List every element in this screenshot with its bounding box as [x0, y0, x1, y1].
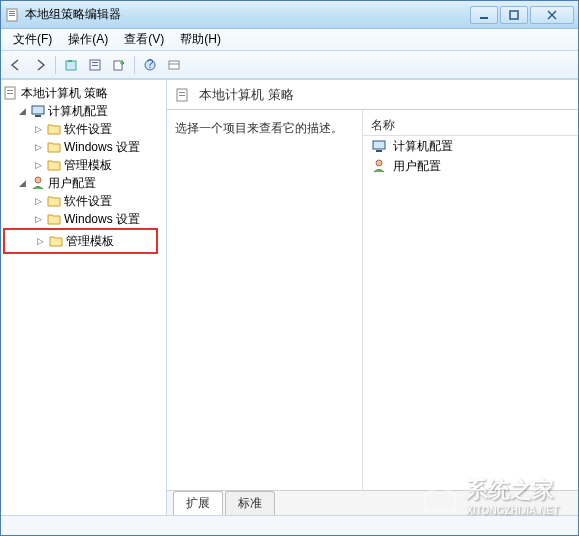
svg-rect-16: [169, 61, 179, 69]
list-item-label: 计算机配置: [393, 138, 453, 155]
svg-rect-22: [35, 115, 41, 117]
folder-icon: [46, 157, 62, 173]
tree-root-label: 本地计算机 策略: [21, 85, 108, 102]
tree-panel[interactable]: 本地计算机 策略 ◢ 计算机配置 ▷ 软件设置 ▷ Windows 设置 ▷ 管…: [1, 80, 167, 515]
expand-icon[interactable]: ▷: [35, 236, 46, 247]
menu-action[interactable]: 操作(A): [60, 29, 116, 50]
svg-rect-28: [376, 150, 382, 152]
close-button[interactable]: [530, 6, 574, 24]
tree-root[interactable]: 本地计算机 策略: [3, 84, 164, 102]
titlebar: 本地组策略编辑器: [1, 1, 578, 29]
menu-view[interactable]: 查看(V): [116, 29, 172, 50]
expand-icon[interactable]: ▷: [33, 196, 44, 207]
folder-icon: [46, 211, 62, 227]
tab-standard[interactable]: 标准: [225, 491, 275, 515]
svg-rect-8: [66, 61, 76, 70]
computer-icon: [371, 138, 387, 154]
tree-label: Windows 设置: [64, 211, 140, 228]
up-button[interactable]: [60, 54, 82, 76]
help-button[interactable]: ?: [139, 54, 161, 76]
expand-icon[interactable]: ▷: [33, 142, 44, 153]
tree-user-config[interactable]: ◢ 用户配置: [3, 174, 164, 192]
svg-rect-13: [114, 61, 122, 70]
details-title: 本地计算机 策略: [199, 86, 294, 104]
details-header: 本地计算机 策略: [167, 80, 578, 110]
svg-rect-9: [68, 60, 72, 62]
collapse-icon[interactable]: ◢: [17, 178, 28, 189]
svg-rect-25: [179, 92, 185, 93]
svg-rect-2: [9, 13, 15, 14]
window-title: 本地组策略编辑器: [25, 6, 470, 23]
tree-cc-admin[interactable]: ▷ 管理模板: [3, 156, 164, 174]
svg-rect-3: [9, 15, 15, 16]
tree-label: 软件设置: [64, 121, 112, 138]
svg-rect-1: [9, 11, 15, 12]
content-area: 本地计算机 策略 ◢ 计算机配置 ▷ 软件设置 ▷ Windows 设置 ▷ 管…: [1, 79, 578, 515]
svg-rect-21: [32, 106, 44, 114]
expand-icon[interactable]: ▷: [33, 160, 44, 171]
svg-point-23: [35, 177, 41, 183]
description-text: 选择一个项目来查看它的描述。: [175, 120, 354, 137]
gpedit-window: 本地组策略编辑器 文件(F) 操作(A) 查看(V) 帮助(H) ? 本地计算机…: [0, 0, 579, 536]
tree-cc-windows[interactable]: ▷ Windows 设置: [3, 138, 164, 156]
svg-rect-5: [510, 11, 518, 19]
filter-button[interactable]: [163, 54, 185, 76]
expand-icon[interactable]: ▷: [33, 124, 44, 135]
window-controls: [470, 6, 574, 24]
list-item[interactable]: 用户配置: [363, 156, 578, 176]
svg-text:?: ?: [147, 58, 154, 71]
svg-rect-27: [373, 141, 385, 149]
app-icon: [5, 7, 21, 23]
svg-point-29: [376, 160, 382, 166]
tree-cc-software[interactable]: ▷ 软件设置: [3, 120, 164, 138]
svg-rect-19: [7, 90, 13, 91]
tree-label: Windows 设置: [64, 139, 140, 156]
tree-label: 用户配置: [48, 175, 96, 192]
policy-icon: [175, 87, 191, 103]
list-item[interactable]: 计算机配置: [363, 136, 578, 156]
properties-button[interactable]: [84, 54, 106, 76]
tree-uc-software[interactable]: ▷ 软件设置: [3, 192, 164, 210]
highlighted-box: ▷ 管理模板: [3, 228, 158, 254]
minimize-button[interactable]: [470, 6, 498, 24]
toolbar: ?: [1, 51, 578, 79]
expand-icon[interactable]: ▷: [33, 214, 44, 225]
maximize-button[interactable]: [500, 6, 528, 24]
forward-button[interactable]: [29, 54, 51, 76]
tree-uc-admin[interactable]: ▷ 管理模板: [5, 232, 156, 250]
folder-icon: [48, 233, 64, 249]
details-body: 选择一个项目来查看它的描述。 名称 计算机配置 用户配置: [167, 110, 578, 491]
tree-label: 软件设置: [64, 193, 112, 210]
tabs-row: 扩展 标准: [167, 491, 578, 515]
export-button[interactable]: [108, 54, 130, 76]
folder-icon: [46, 193, 62, 209]
policy-icon: [3, 85, 19, 101]
tree-label: 管理模板: [64, 157, 112, 174]
menu-file[interactable]: 文件(F): [5, 29, 60, 50]
svg-rect-26: [179, 95, 185, 96]
svg-rect-20: [7, 93, 13, 94]
toolbar-separator: [134, 56, 135, 74]
name-column-header[interactable]: 名称: [363, 116, 578, 136]
menubar: 文件(F) 操作(A) 查看(V) 帮助(H): [1, 29, 578, 51]
back-button[interactable]: [5, 54, 27, 76]
tree-label: 计算机配置: [48, 103, 108, 120]
tree-label: 管理模板: [66, 233, 114, 250]
computer-icon: [30, 103, 46, 119]
svg-rect-4: [480, 17, 488, 19]
folder-icon: [46, 121, 62, 137]
list-item-label: 用户配置: [393, 158, 441, 175]
details-panel: 本地计算机 策略 选择一个项目来查看它的描述。 名称 计算机配置 用户配置: [167, 80, 578, 515]
description-column: 选择一个项目来查看它的描述。: [167, 110, 363, 490]
folder-icon: [46, 139, 62, 155]
tab-extended[interactable]: 扩展: [173, 491, 223, 515]
collapse-icon[interactable]: ◢: [17, 106, 28, 117]
tree-computer-config[interactable]: ◢ 计算机配置: [3, 102, 164, 120]
svg-rect-12: [92, 65, 98, 66]
tree-uc-windows[interactable]: ▷ Windows 设置: [3, 210, 164, 228]
toolbar-separator: [55, 56, 56, 74]
user-icon: [30, 175, 46, 191]
name-column: 名称 计算机配置 用户配置: [363, 110, 578, 490]
menu-help[interactable]: 帮助(H): [172, 29, 229, 50]
statusbar: [1, 515, 578, 535]
